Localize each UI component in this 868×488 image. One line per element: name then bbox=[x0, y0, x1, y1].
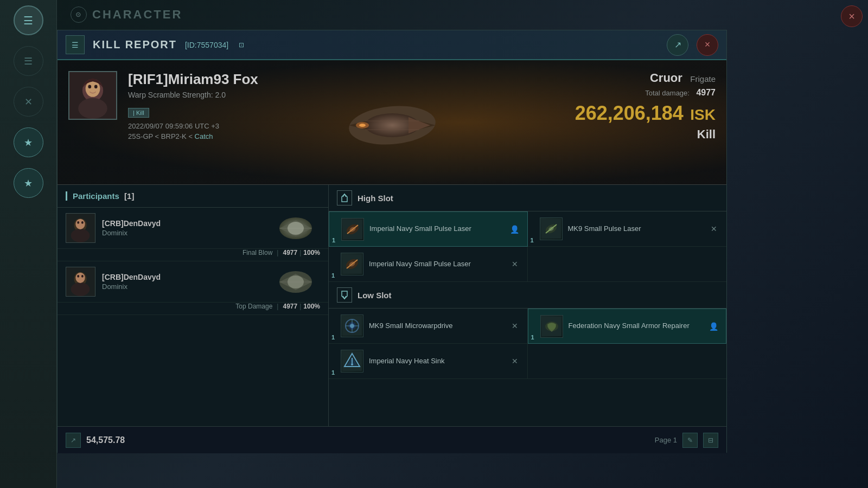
high-slot-icon bbox=[337, 190, 352, 206]
main-close-button[interactable]: × bbox=[841, 5, 863, 27]
low-slot-item-4[interactable] bbox=[528, 344, 727, 379]
svg-point-28 bbox=[75, 273, 85, 283]
fit-panel: High Slot 1 Imperial Navy Small bbox=[329, 185, 726, 426]
location-region: Catch bbox=[195, 132, 213, 140]
participant-row-1[interactable]: [CRB]DenDavyd Dominix bbox=[58, 208, 328, 261]
participant-2-avatar bbox=[66, 267, 95, 297]
high-slot-3-name: Imperial Navy Small Pulse Laser bbox=[369, 260, 509, 269]
menu2-icon: ☰ bbox=[24, 55, 33, 67]
high-slot-item-2[interactable]: 1 MK9 Small Pulse Laser ✕ bbox=[528, 211, 727, 247]
kill-badge: | Kill bbox=[128, 108, 149, 118]
sidebar-menu-icon: ☰ bbox=[23, 14, 33, 27]
svg-point-5 bbox=[94, 85, 98, 88]
title-id: [ID:7557034] bbox=[185, 41, 228, 49]
title-text: KILL REPORT bbox=[93, 38, 177, 51]
character-header-icon: ⊙ bbox=[71, 7, 87, 23]
high-slot-2-icon bbox=[540, 217, 563, 240]
svg-point-30 bbox=[81, 275, 84, 278]
sidebar-icon-menu2[interactable]: ☰ bbox=[14, 46, 43, 76]
svg-point-4 bbox=[88, 85, 91, 88]
participant-1-info: [CRB]DenDavyd Dominix bbox=[102, 219, 271, 237]
low-slot-2-qty: 1 bbox=[531, 334, 534, 341]
low-slot-2-icon bbox=[540, 315, 563, 338]
ship-image-area bbox=[311, 71, 474, 179]
participants-title: Participants [1] bbox=[66, 191, 320, 201]
participants-count: [1] bbox=[124, 191, 134, 201]
participant-2-percent: 100% bbox=[303, 303, 320, 310]
svg-point-17 bbox=[71, 229, 90, 242]
low-slot-3-status: ✕ bbox=[509, 355, 521, 367]
crosshair-icon: ✕ bbox=[24, 96, 33, 108]
sidebar-icon-crosshair[interactable]: ✕ bbox=[14, 87, 43, 117]
low-slot-item-3[interactable]: 1 Imperial Navy Heat Sink ✕ bbox=[329, 344, 528, 379]
svg-point-20 bbox=[81, 221, 84, 224]
bottom-section: Participants [1] bbox=[58, 185, 726, 426]
participant-1-ship-img bbox=[271, 213, 320, 243]
high-slot-3-icon bbox=[341, 253, 363, 275]
svg-point-27 bbox=[71, 282, 90, 296]
sidebar-icon-star1[interactable]: ★ bbox=[14, 127, 43, 157]
high-slot-item-4[interactable] bbox=[528, 247, 727, 282]
character-header: ⊙ CHARACTER bbox=[71, 7, 182, 23]
high-slot-item-3[interactable]: 1 Imperial Navy Small Pulse Laser ✕ bbox=[329, 247, 528, 282]
pilot-avatar bbox=[68, 71, 117, 120]
low-slot-2-status: 👤 bbox=[707, 320, 719, 332]
footer-filter-button[interactable]: ⊟ bbox=[703, 433, 718, 448]
title-menu-button[interactable]: ☰ bbox=[66, 35, 85, 54]
title-export-button[interactable]: ↗ bbox=[667, 34, 688, 56]
participant-2-damage: 4977 bbox=[283, 303, 297, 310]
title-export-icon: ↗ bbox=[674, 40, 681, 50]
participant-2-ship-img bbox=[271, 267, 320, 297]
high-slot-1-name: Imperial Navy Small Pulse Laser bbox=[369, 224, 509, 234]
participant-row-2[interactable]: [CRB]DenDavyd Dominix Top Damage bbox=[58, 261, 328, 315]
high-slot-item-1[interactable]: 1 Imperial Navy Small Pulse Laser 👤 bbox=[329, 211, 528, 247]
footer-value: 54,575.78 bbox=[86, 435, 125, 445]
low-slot-3-icon bbox=[341, 350, 363, 373]
low-slot-2-name: Federation Navy Small Armor Repairer bbox=[569, 322, 708, 331]
participant-1-ship: Dominix bbox=[102, 229, 271, 237]
footer-bar: ↗ 54,575.78 Page 1 ✎ ⊟ bbox=[58, 426, 726, 453]
participants-header: Participants [1] bbox=[58, 185, 328, 208]
high-slot-3-status: ✕ bbox=[509, 258, 521, 270]
svg-point-18 bbox=[75, 219, 85, 229]
participant-1-name: [CRB]DenDavyd bbox=[102, 219, 271, 228]
star2-icon: ★ bbox=[24, 177, 33, 189]
low-slot-1-icon bbox=[341, 314, 363, 337]
sidebar: ☰ ☰ ✕ ★ ★ bbox=[0, 0, 57, 488]
low-slot-3-qty: 1 bbox=[331, 369, 335, 376]
title-bar: ☰ KILL REPORT [ID:7557034] ⊡ ↗ × bbox=[58, 30, 726, 60]
participant-2-type: Top Damage bbox=[235, 303, 272, 310]
footer-icon: ↗ bbox=[66, 433, 81, 448]
sidebar-menu-button[interactable]: ☰ bbox=[14, 5, 43, 35]
high-slot-2-qty: 1 bbox=[531, 237, 534, 243]
main-close-icon: × bbox=[848, 10, 855, 23]
character-header-label: CHARACTER bbox=[92, 8, 182, 22]
high-slot-2-status: ✕ bbox=[708, 223, 720, 235]
participant-1-damage: 4977 bbox=[283, 249, 297, 256]
low-slot-item-2[interactable]: 1 Federation Navy Small Armor Repairer 👤 bbox=[528, 309, 727, 344]
footer-edit-button[interactable]: ✎ bbox=[682, 433, 698, 448]
low-slot-title: Low Slot bbox=[358, 291, 392, 300]
svg-point-19 bbox=[77, 221, 79, 224]
svg-point-29 bbox=[77, 275, 79, 278]
kill-report-window: ☰ KILL REPORT [ID:7557034] ⊡ ↗ × bbox=[57, 30, 727, 453]
location-text: 25S-GP < BRP2-K < bbox=[128, 132, 195, 140]
high-slot-1-status: 👤 bbox=[509, 223, 521, 235]
participant-1-type: Final Blow bbox=[242, 249, 272, 256]
participants-label: Participants bbox=[73, 191, 119, 201]
low-slot-icon bbox=[337, 287, 352, 303]
high-slot-title: High Slot bbox=[358, 194, 393, 203]
footer-filter-icon: ⊟ bbox=[708, 436, 713, 444]
low-slot-1-name: MK9 Small Microwarpdrive bbox=[369, 322, 509, 331]
title-close-button[interactable]: × bbox=[697, 34, 718, 56]
participant-1-percent: 100% bbox=[303, 249, 320, 256]
title-copy-icon[interactable]: ⊡ bbox=[239, 41, 244, 49]
high-slot-1-qty: 1 bbox=[332, 237, 335, 243]
low-slot-item-1[interactable]: 1 MK9 Small Microwarpdrive ✕ bbox=[329, 309, 528, 344]
footer-edit-icon: ✎ bbox=[687, 436, 693, 444]
high-slot-1-icon bbox=[341, 218, 364, 241]
low-slots-grid: 1 MK9 Small Microwarpdrive ✕ bbox=[329, 309, 726, 379]
low-slot-1-qty: 1 bbox=[331, 334, 335, 341]
sidebar-icon-star2[interactable]: ★ bbox=[14, 168, 43, 198]
svg-point-14 bbox=[359, 124, 366, 127]
